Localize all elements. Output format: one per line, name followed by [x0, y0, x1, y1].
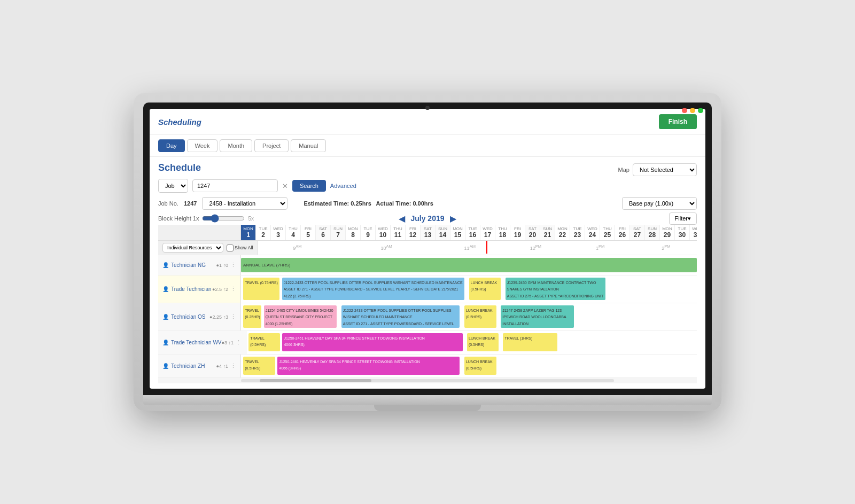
map-select[interactable]: Not Selected: [633, 163, 697, 176]
resource-3-timeline: TRAVEL (0.25HR) J1254-2465 CITY LIMOUSIN…: [241, 303, 697, 330]
search-input[interactable]: [192, 179, 278, 192]
app-container: Scheduling Finish Day Week Month Project…: [150, 109, 705, 389]
technician-ng-link[interactable]: Technician NG: [171, 262, 206, 268]
resource-label-1: 👤 Technician NG ●1 ↑0 ⋮: [158, 255, 241, 275]
block-lunch-zh[interactable]: LUNCH BREAK (0.5HRS): [464, 357, 496, 375]
block-travel-1[interactable]: TRAVEL (0.75HRS): [243, 278, 279, 300]
tab-manual[interactable]: Manual: [291, 139, 326, 152]
block-annual-leave[interactable]: ANNUAL LEAVE (7HRS): [241, 258, 697, 272]
resource-5-menu[interactable]: ⋮: [230, 363, 236, 369]
schedule-section: Schedule Map Not Selected Job: [150, 157, 705, 389]
day-header-4: THU4: [286, 225, 301, 240]
tabs-row: Day Week Month Project Manual: [150, 135, 705, 157]
tab-project[interactable]: Project: [254, 139, 289, 152]
block-j1222-os[interactable]: J1222-2433 OTTER POOL SUPPLIES OTTER POO…: [341, 305, 460, 328]
technician-os-link[interactable]: Technician OS: [171, 314, 205, 320]
resource-4-menu[interactable]: ⋮: [236, 339, 242, 346]
resource-row-3: 👤 Technician OS ●2.25 ↑3 ⋮ TR: [158, 303, 697, 331]
block-j1247[interactable]: J1247-2458 ZAPP LAZER TAG 123 IPSWICH RO…: [501, 305, 573, 328]
resource-2-menu[interactable]: ⋮: [230, 286, 236, 293]
day-header-6: SAT6: [316, 225, 331, 240]
trade-technician-link[interactable]: Trade Technician: [171, 286, 212, 292]
time-10am: 10AM: [381, 244, 392, 251]
show-all-label: Show All: [227, 245, 253, 251]
day-header-10: WED10: [376, 225, 391, 240]
maximize-button-dot: [698, 108, 703, 113]
prev-month-button[interactable]: ◀: [399, 214, 405, 224]
day-header-25: THU25: [600, 225, 615, 240]
resource-row-4: 👤 Trade Technician WV ●3 ↑1 ⋮: [158, 331, 697, 355]
block-lunch-os[interactable]: LUNCH BREAK (0.5HRS): [464, 305, 496, 328]
minimize-button-dot: [690, 108, 695, 113]
technician-zh-link[interactable]: Technician ZH: [171, 363, 205, 369]
time-11am: 11AM: [464, 244, 476, 251]
block-travel-os-1[interactable]: TRAVEL (0.25HR): [243, 305, 261, 328]
laptop-frame: Scheduling Finish Day Week Month Project…: [134, 93, 721, 411]
finish-button[interactable]: Finish: [659, 114, 697, 129]
screen-bezel: Scheduling Finish Day Week Month Project…: [143, 103, 712, 395]
resource-label-5: 👤 Technician ZH ●4 ↑1 ⋮: [158, 355, 241, 377]
day-header-11: THU11: [391, 225, 406, 240]
traffic-lights: [682, 108, 703, 113]
base-pay-select[interactable]: Base pay (1.00x): [622, 197, 697, 210]
search-type-select[interactable]: Job: [158, 179, 188, 193]
resource-2-timeline: TRAVEL (0.75HRS) J1222-2433 OTTER POOL S…: [241, 275, 697, 303]
day-header-9: TUE9: [361, 225, 376, 240]
day-header-24: WED24: [585, 225, 600, 240]
month-year-label: July 2019: [410, 214, 444, 223]
day-header-8: MON8: [346, 225, 361, 240]
block-j1254[interactable]: J1254-2465 CITY LIMOUSINES 542/420 QUEEN…: [264, 305, 337, 328]
app-title: Scheduling: [158, 117, 201, 127]
search-button[interactable]: Search: [292, 180, 326, 192]
job-desc-select[interactable]: 2458 - Installation: [202, 197, 287, 210]
resource-1-menu[interactable]: ⋮: [230, 262, 236, 269]
resource-3-meta: ●2.25 ↑3: [209, 314, 228, 320]
horizontal-scrollbar[interactable]: [158, 378, 697, 383]
day-header-23: TUE23: [570, 225, 585, 240]
resource-3-menu[interactable]: ⋮: [230, 313, 236, 320]
advanced-link[interactable]: Advanced: [330, 183, 356, 189]
block-j1250-wv[interactable]: J1250-2461 HEAVENLY DAY SPA 34 PRINCE ST…: [282, 333, 462, 351]
block-height-slider[interactable]: [202, 214, 245, 223]
day-header-13: SAT13: [421, 225, 436, 240]
resource-row-5: 👤 Technician ZH ●4 ↑1 ⋮ TRAVE: [158, 355, 697, 378]
day-header-5: FRI5: [301, 225, 316, 240]
block-lunch-wv[interactable]: LUNCH BREAK (0.5HRS): [467, 333, 499, 351]
block-travel-wv[interactable]: TRAVEL (0.5HRS): [248, 333, 280, 351]
tab-day[interactable]: Day: [158, 139, 185, 152]
filter-button[interactable]: Filter▾: [669, 212, 697, 225]
block-j1239[interactable]: J1239-2450 GYM MAINTENANCE CONTRACT TWO …: [506, 278, 606, 300]
day-header-27: SAT27: [630, 225, 645, 240]
trade-technician-wv-link[interactable]: Trade Technician WV: [171, 340, 222, 345]
resource-2-meta: ●2.5 ↑2: [212, 287, 228, 292]
block-j1222-1[interactable]: J1222-2433 OTTER POOL SUPPLIES OTTER POO…: [282, 278, 464, 300]
clear-button[interactable]: ✕: [282, 182, 288, 190]
block-travel-wv-2[interactable]: TRAVEL (1HRS): [503, 333, 557, 351]
day-header-7: SUN7: [331, 225, 346, 240]
time-info: Estimated Time: 0.25hrs Actual Time: 0.0…: [304, 200, 433, 207]
search-row: Job ✕ Search Advanced: [158, 179, 697, 193]
tab-month[interactable]: Month: [220, 139, 252, 152]
tab-week[interactable]: Week: [187, 139, 218, 152]
block-lunch-1[interactable]: LUNCH BREAK (0.5HRS): [469, 278, 501, 300]
resource-1-timeline: ANNUAL LEAVE (7HRS): [241, 255, 697, 275]
day-header-22: MON22: [555, 225, 570, 240]
resource-label-3: 👤 Technician OS ●2.25 ↑3 ⋮: [158, 303, 241, 330]
scrollbar-thumb[interactable]: [260, 379, 371, 382]
day-header-2: TUE2: [256, 225, 271, 240]
controls-nav-row: Block Height 1x 5x ◀ July 2019 ▶ Filter▾: [158, 214, 697, 223]
day-header-31: WED31: [690, 225, 697, 240]
block-travel-zh[interactable]: TRAVEL (0.5HRS): [243, 357, 275, 375]
resource-type-select[interactable]: Individual Resources: [162, 243, 223, 253]
resource-4-meta: ●3 ↑1: [222, 340, 234, 345]
resource-4-timeline: TRAVEL (0.5HRS) J1250-2461 HEAVENLY DAY …: [246, 331, 697, 354]
day-header-29: MON29: [660, 225, 675, 240]
estimated-label: Estimated Time:: [304, 200, 351, 207]
block-j1250-zh[interactable]: J1250-2461 HEAVENLY DAY SPA 34 PRINCE ST…: [277, 357, 460, 375]
next-month-button[interactable]: ▶: [450, 214, 456, 224]
resource-label-4: 👤 Trade Technician WV ●3 ↑1 ⋮: [158, 331, 246, 354]
resource-label-2: 👤 Trade Technician ●2.5 ↑2 ⋮: [158, 275, 241, 303]
day-header-16: TUE16: [465, 225, 480, 240]
laptop-base: [143, 395, 712, 405]
show-all-checkbox[interactable]: [227, 245, 234, 251]
